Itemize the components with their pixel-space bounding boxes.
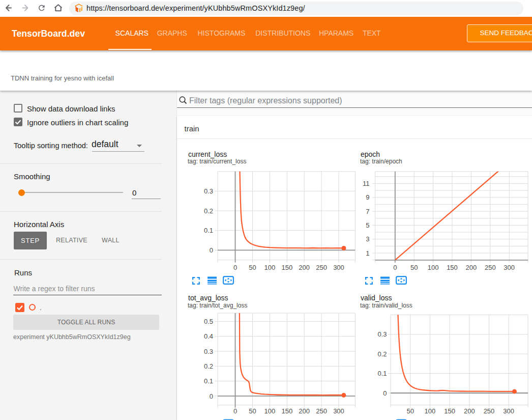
svg-text:9: 9 xyxy=(366,193,369,201)
svg-text:100: 100 xyxy=(428,264,439,271)
svg-text:50: 50 xyxy=(249,407,256,415)
svg-text:50: 50 xyxy=(410,264,418,271)
svg-text:0.4: 0.4 xyxy=(204,332,213,340)
svg-text:300: 300 xyxy=(333,264,344,271)
svg-text:150: 150 xyxy=(444,407,455,415)
svg-text:0: 0 xyxy=(233,407,237,415)
svg-text:0.2: 0.2 xyxy=(204,362,213,370)
svg-text:0.3: 0.3 xyxy=(204,348,213,355)
svg-text:0.1: 0.1 xyxy=(204,377,213,385)
svg-text:valid_loss: valid_loss xyxy=(361,294,392,302)
svg-text:200: 200 xyxy=(464,407,475,415)
svg-text:7: 7 xyxy=(366,208,369,215)
svg-text:150: 150 xyxy=(447,264,458,271)
svg-text:100: 100 xyxy=(425,407,436,415)
svg-text:tag: train/current_loss: tag: train/current_loss xyxy=(188,158,246,165)
svg-text:0.3: 0.3 xyxy=(204,187,213,195)
svg-text:0.2: 0.2 xyxy=(377,350,387,358)
svg-text:100: 100 xyxy=(264,264,276,271)
svg-text:200: 200 xyxy=(299,264,310,271)
svg-text:tot_avg_loss: tot_avg_loss xyxy=(188,294,228,302)
svg-text:5: 5 xyxy=(366,221,369,229)
svg-text:150: 150 xyxy=(281,264,292,271)
svg-text:0: 0 xyxy=(383,389,387,397)
svg-text:0: 0 xyxy=(393,264,397,271)
svg-text:200: 200 xyxy=(466,264,477,271)
svg-text:0.5: 0.5 xyxy=(204,318,213,325)
svg-text:250: 250 xyxy=(484,407,495,415)
svg-text:3: 3 xyxy=(366,235,369,243)
svg-text:tag: train/valid_loss: tag: train/valid_loss xyxy=(360,302,412,309)
svg-text:0.3: 0.3 xyxy=(377,330,387,338)
svg-text:0: 0 xyxy=(233,264,237,271)
svg-text:200: 200 xyxy=(299,407,310,415)
svg-text:300: 300 xyxy=(503,407,514,415)
svg-text:150: 150 xyxy=(281,407,292,415)
svg-text:250: 250 xyxy=(316,407,327,415)
svg-text:300: 300 xyxy=(504,264,515,271)
svg-text:tag: train/epoch: tag: train/epoch xyxy=(360,158,402,165)
svg-text:50: 50 xyxy=(249,264,256,271)
svg-text:11: 11 xyxy=(363,180,370,187)
svg-text:50: 50 xyxy=(406,407,413,415)
svg-text:250: 250 xyxy=(485,264,496,271)
svg-text:250: 250 xyxy=(316,264,327,271)
svg-text:0: 0 xyxy=(210,393,213,400)
svg-text:0: 0 xyxy=(210,246,213,254)
svg-text:1: 1 xyxy=(366,249,369,257)
svg-text:0.2: 0.2 xyxy=(204,207,213,215)
svg-text:0.1: 0.1 xyxy=(204,227,213,234)
svg-text:100: 100 xyxy=(264,407,276,415)
svg-text:tag: train/tot_avg_loss: tag: train/tot_avg_loss xyxy=(188,302,247,309)
svg-text:0.1: 0.1 xyxy=(377,370,387,377)
svg-text:300: 300 xyxy=(333,407,344,415)
